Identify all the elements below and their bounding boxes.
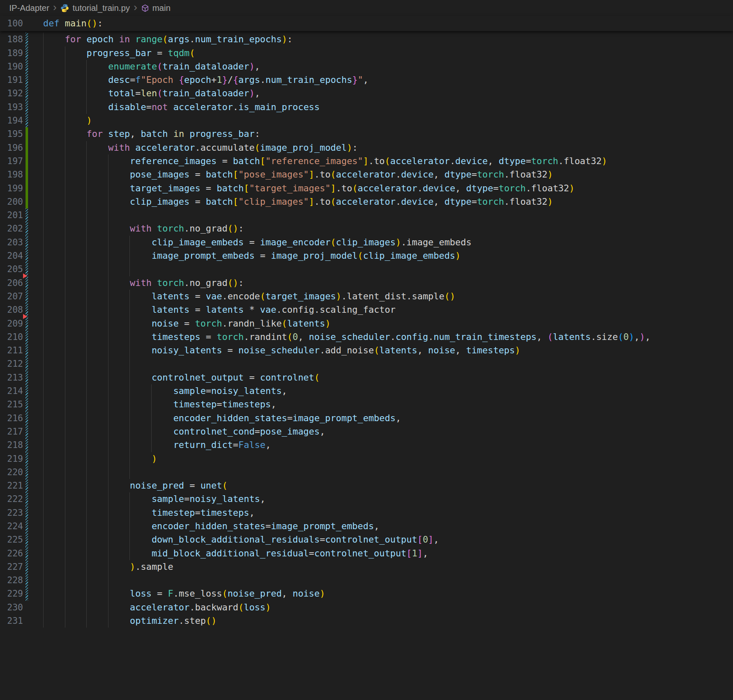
code-line[interactable]: 206 with torch.no_grad(): [0,276,733,290]
code-line[interactable]: 217 controlnet_cond=pose_images, [0,425,733,438]
line-number[interactable]: 228 [0,574,23,587]
line-number[interactable]: 195 [0,127,23,141]
code-line-content[interactable]: desc=f"Epoch {epoch+1}/{args.num_train_e… [28,73,733,87]
code-line[interactable]: 224 encoder_hidden_states=image_prompt_e… [0,520,733,533]
code-line[interactable]: 218 return_dict=False, [0,438,733,452]
line-number[interactable]: 209 [0,317,23,330]
line-number[interactable]: 205 [0,262,23,276]
code-line-content[interactable]: optimizer.step() [28,614,733,628]
line-number[interactable]: 203 [0,236,23,249]
code-line[interactable]: 229 loss = F.mse_loss(noise_pred, noise) [0,587,733,600]
line-number[interactable]: 207 [0,290,23,303]
code-line-content[interactable]: with torch.no_grad(): [28,276,733,290]
code-line-content[interactable] [28,574,733,587]
line-number[interactable]: 211 [0,344,23,357]
code-line[interactable]: 210 timesteps = torch.randint(0, noise_s… [0,330,733,344]
code-line-content[interactable]: clip_image_embeds = image_encoder(clip_i… [28,236,733,249]
code-line-content[interactable]: noisy_latents = noise_scheduler.add_nois… [28,344,733,357]
sticky-scroll[interactable]: 100def main(): [0,16,733,31]
line-number[interactable]: 206 [0,276,23,290]
line-number[interactable]: 204 [0,249,23,262]
code-line-content[interactable]: reference_images = batch["reference_imag… [28,154,733,168]
breadcrumb-item-file[interactable]: tutorial_train.py [60,3,130,13]
line-number[interactable]: 217 [0,425,23,438]
line-number[interactable]: 230 [0,601,23,614]
line-number[interactable]: 212 [0,357,23,371]
line-number[interactable]: 227 [0,560,23,574]
code-line[interactable]: 207 latents = vae.encode(target_images).… [0,290,733,303]
line-number[interactable]: 220 [0,466,23,479]
code-line-content[interactable]: ) [28,114,733,127]
code-line-content[interactable]: total=len(train_dataloader), [28,87,733,100]
code-line-content[interactable]: loss = F.mse_loss(noise_pred, noise) [28,587,733,600]
line-number[interactable]: 226 [0,547,23,560]
code-line-content[interactable]: ).sample [28,560,733,574]
code-line[interactable]: 197 reference_images = batch["reference_… [0,154,733,168]
line-number[interactable]: 190 [0,60,23,73]
code-line[interactable]: 227 ).sample [0,560,733,574]
code-line[interactable]: 219 ) [0,452,733,466]
code-line-content[interactable]: mid_block_additional_residual=controlnet… [28,547,733,560]
code-line-content[interactable]: progress_bar = tqdm( [28,46,733,60]
line-number[interactable]: 189 [0,46,23,60]
code-line[interactable]: 225 down_block_additional_residuals=cont… [0,533,733,546]
code-line[interactable]: 222 sample=noisy_latents, [0,492,733,506]
code-line-content[interactable]: controlnet_cond=pose_images, [28,425,733,438]
code-line-content[interactable]: target_images = batch["target_images"].t… [28,182,733,195]
code-line-content[interactable]: with torch.no_grad(): [28,222,733,235]
code-line-content[interactable]: for epoch in range(args.num_train_epochs… [28,33,733,46]
code-line[interactable]: 220 [0,466,733,479]
code-line[interactable]: 189 progress_bar = tqdm( [0,46,733,60]
line-number[interactable]: 231 [0,614,23,628]
line-number[interactable]: 198 [0,168,23,181]
code-line-content[interactable] [28,208,733,222]
code-line[interactable]: 213 controlnet_output = controlnet( [0,371,733,384]
code-line[interactable]: 204 image_prompt_embeds = image_proj_mod… [0,249,733,262]
code-line-content[interactable]: timestep=timesteps, [28,506,733,520]
code-line-content[interactable]: down_block_additional_residuals=controln… [28,533,733,546]
line-number[interactable]: 202 [0,222,23,235]
line-number[interactable]: 208 [0,303,23,317]
line-number[interactable]: 200 [0,195,23,208]
code-line[interactable]: 214 sample=noisy_latents, [0,384,733,398]
code-line[interactable]: 223 timestep=timesteps, [0,506,733,520]
code-line[interactable]: 191 desc=f"Epoch {epoch+1}/{args.num_tra… [0,73,733,87]
code-line[interactable]: 196 with accelerator.accumulate(image_pr… [0,141,733,154]
code-line-content[interactable] [28,466,733,479]
code-line[interactable]: 208 latents = latents * vae.config.scali… [0,303,733,317]
code-line[interactable]: 198 pose_images = batch["pose_images"].t… [0,168,733,181]
code-line[interactable]: 100def main(): [0,17,733,30]
code-line[interactable]: 192 total=len(train_dataloader), [0,87,733,100]
line-number[interactable]: 215 [0,398,23,411]
code-line[interactable]: 188 for epoch in range(args.num_train_ep… [0,33,733,46]
line-number[interactable]: 191 [0,73,23,87]
code-line[interactable]: 215 timestep=timesteps, [0,398,733,411]
code-line-content[interactable]: clip_images = batch["clip_images"].to(ac… [28,195,733,208]
code-line[interactable]: 209 noise = torch.randn_like(latents) [0,317,733,330]
line-number[interactable]: 218 [0,438,23,452]
code-line-content[interactable]: disable=not accelerator.is_main_process [28,100,733,114]
code-line[interactable]: 230 accelerator.backward(loss) [0,601,733,614]
code-line-content[interactable]: encoder_hidden_states=image_prompt_embed… [28,520,733,533]
line-number[interactable]: 222 [0,492,23,506]
code-line-content[interactable]: ) [28,452,733,466]
code-line[interactable]: 221 noise_pred = unet( [0,479,733,492]
code-line-content[interactable]: timesteps = torch.randint(0, noise_sched… [28,330,733,344]
line-number[interactable]: 196 [0,141,23,154]
code-line-content[interactable]: with accelerator.accumulate(image_proj_m… [28,141,733,154]
code-line-content[interactable]: sample=noisy_latents, [28,384,733,398]
code-line[interactable]: 190 enumerate(train_dataloader), [0,60,733,73]
code-line[interactable]: 199 target_images = batch["target_images… [0,182,733,195]
line-number[interactable]: 192 [0,87,23,100]
line-number[interactable]: 213 [0,371,23,384]
line-number[interactable]: 199 [0,182,23,195]
line-number[interactable]: 221 [0,479,23,492]
code-line[interactable]: 228 [0,574,733,587]
line-number[interactable]: 194 [0,114,23,127]
code-line[interactable]: 203 clip_image_embeds = image_encoder(cl… [0,236,733,249]
code-line-content[interactable]: return_dict=False, [28,438,733,452]
line-number[interactable]: 216 [0,412,23,425]
breadcrumb-item-symbol[interactable]: main [141,3,170,13]
line-number[interactable]: 197 [0,154,23,168]
code-line-content[interactable]: noise = torch.randn_like(latents) [28,317,733,330]
